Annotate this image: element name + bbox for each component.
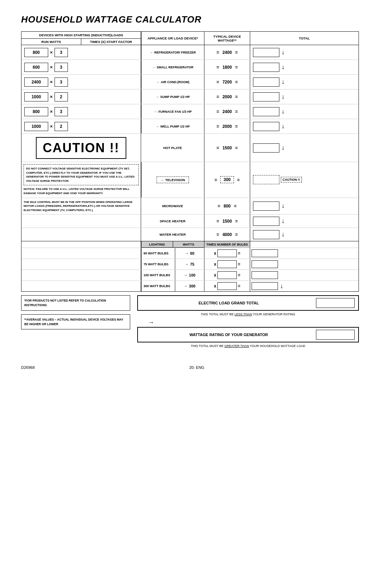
lr4-bulbs: x =: [204, 281, 250, 291]
run-watts-1[interactable]: 800: [24, 48, 48, 57]
start-factor-1[interactable]: 3: [55, 48, 68, 57]
wattage-microwave: = 800 =: [204, 198, 250, 215]
total-microwave: ↓: [250, 198, 359, 215]
total-input-space-heater[interactable]: [253, 217, 279, 226]
lr3-left: [21, 270, 141, 280]
lr1-bulbs: x =: [204, 248, 250, 259]
grand-total-arrow: →: [148, 319, 359, 326]
times-sym-1: ×: [50, 50, 53, 55]
lr4-bulbs-input[interactable]: [217, 282, 237, 290]
lr2-bulbs-input[interactable]: [217, 260, 237, 268]
appliance-hot-plate: HOT PLATE: [141, 134, 204, 162]
table-row: 800 × 3 REFRIGERATOR/ FREEZER = 2400 = ↓: [21, 45, 359, 60]
calculator-table: DEVICES WITH HIGH STARTING (INDUCTIVE)LO…: [21, 31, 359, 292]
start-factor-2[interactable]: 3: [55, 63, 68, 72]
lr3-total: [250, 270, 359, 280]
page-footer: D26968 20- ENG: [21, 365, 359, 370]
appliance-tv: TELEVISION: [141, 162, 204, 198]
notice-text: NOTICE: FAILURE TO USE A U.L. LISTED VOL…: [24, 187, 139, 195]
left-cell-2: 600 × 3: [21, 60, 141, 74]
start-factor-5[interactable]: 3: [55, 107, 68, 116]
water-heater-row: WATER HEATER = 4000 = ↓: [21, 228, 359, 241]
table-row: 1000 × 2 WELL PUMP 1/2 HP = 2000 = ↓: [21, 119, 359, 134]
lr3-bulbs: x =: [204, 270, 250, 280]
left-cell-5: 800 × 3: [21, 104, 141, 119]
wattage-hot-plate: = 1500 =: [204, 134, 250, 162]
caution-small-label: CAUTION !!: [281, 177, 302, 182]
lr2-total-input[interactable]: [252, 260, 278, 268]
footnotes-area: *FOR PRODUCTS NOT LISTED REFER TO CALCUL…: [21, 295, 130, 348]
lr3-bulbs-input[interactable]: [217, 271, 237, 279]
run-watts-2[interactable]: 600: [24, 63, 48, 72]
total-cell-4: ↓: [250, 89, 359, 104]
lr2-arrow: [185, 262, 189, 266]
appliance-space-heater: SPACE HEATER: [141, 215, 204, 228]
run-watts-3[interactable]: 2400: [24, 78, 48, 87]
water-heater-left: [21, 228, 141, 241]
start-factor-3[interactable]: 3: [55, 78, 68, 87]
left-cell-4: 1000 × 2: [21, 89, 141, 104]
lr3-label: 100 WATT BULBS: [141, 270, 175, 280]
lr1-mid: 60 WATT BULBS 60: [141, 248, 204, 259]
total-input-5[interactable]: [253, 107, 279, 116]
left-cell-1: 800 × 3: [21, 45, 141, 60]
appliance-cell-1: REFRIGERATOR/ FREEZER: [141, 45, 204, 60]
wattage-space-heater: = 1500 =: [204, 215, 250, 228]
table-row: 1000 × 2 SUMP PUMP 1/2 HP = 2000 = ↓: [21, 89, 359, 104]
lr4-total-input[interactable]: [252, 282, 278, 290]
times-bulbs-header: TIMES NUMBER OF BULBS: [204, 241, 250, 248]
lr3-mid: 100 WATT BULBS 100: [141, 270, 204, 280]
total-input-6[interactable]: [253, 122, 279, 131]
appliance-cell-6: WELL PUMP 1/2 HP: [141, 119, 204, 134]
run-watts-6[interactable]: 1000: [24, 122, 48, 131]
total-input-microwave[interactable]: [253, 202, 279, 211]
total-input-3[interactable]: [253, 78, 279, 87]
wattage-cell-5: = 2400 =: [204, 104, 250, 119]
run-watts-4[interactable]: 1000: [24, 92, 48, 101]
total-cell-3: ↓: [250, 75, 359, 89]
arrow-1: [150, 51, 153, 54]
lr2-bulbs: x =: [204, 259, 250, 270]
table-row: 2400 × 3 AIR COND.(ROOM) = 7200 = ↓: [21, 75, 359, 89]
lr3-watts: 100: [175, 270, 204, 280]
space-heater-left: [21, 215, 141, 228]
total-input-2[interactable]: [253, 63, 279, 72]
bottom-section: *FOR PRODUCTS NOT LISTED REFER TO CALCUL…: [21, 295, 359, 348]
total-input-hot-plate[interactable]: [253, 143, 279, 153]
lr1-bulbs-input[interactable]: [217, 249, 237, 257]
wattage-tv: = 300 =: [204, 162, 250, 198]
appliance-cell-4: SUMP PUMP 1/2 HP: [141, 89, 204, 104]
wattage-cell-3: = 7200 =: [204, 75, 250, 89]
lr1-watts: 60: [175, 248, 204, 259]
total-water-heater: ↓: [250, 228, 359, 241]
lr1-label: 60 WATT BULBS: [141, 248, 175, 259]
lighting-row-2: 75 WATT BULBS 75 x =: [21, 259, 359, 270]
footer-doc-number: D26968: [21, 365, 35, 370]
lr1-total-input[interactable]: [252, 249, 278, 257]
caution-big-cell: CAUTION !!: [21, 134, 141, 162]
grand-total-label: ELECTRIC LOAD GRAND TOTAL: [141, 301, 316, 305]
total-input-4[interactable]: [253, 92, 279, 101]
arrow-3: [156, 80, 159, 84]
wattage-cell-6: = 2000 =: [204, 119, 250, 134]
start-factor-4[interactable]: 2: [55, 92, 68, 101]
grand-total-area: ELECTRIC LOAD GRAND TOTAL THIS TOTAL MUS…: [130, 295, 359, 348]
total-input-tv[interactable]: [253, 175, 279, 184]
space-heater-row: SPACE HEATER = 1500 = ↓: [21, 215, 359, 228]
wattage-rating-label: WATTAGE RATING OF YOUR GENERATOR: [141, 333, 316, 337]
lr3-total-input[interactable]: [252, 271, 278, 279]
caution-note-box: DO NOT CONNECT VOLTAGE SENSITIVE ELECTRO…: [24, 164, 139, 185]
total-input-1[interactable]: [253, 48, 279, 57]
lr4-mid: 300 WATT BULBS 300: [141, 281, 204, 291]
appliance-header: APPLIANCE OR LOAD DEVICE*: [141, 32, 204, 45]
lr4-left: [21, 281, 141, 291]
start-factor-6[interactable]: 2: [55, 122, 68, 131]
grand-total-input[interactable]: [316, 298, 355, 308]
total-header: TOTAL: [250, 32, 359, 45]
grand-total-note: THIS TOTAL MUST BE LESS THAN YOUR GENERA…: [137, 312, 359, 316]
total-space-heater: ↓: [250, 215, 359, 228]
lr2-total: [250, 259, 359, 270]
run-watts-5[interactable]: 800: [24, 107, 48, 116]
wattage-rating-input[interactable]: [316, 330, 355, 340]
total-input-water-heater[interactable]: [253, 230, 279, 239]
